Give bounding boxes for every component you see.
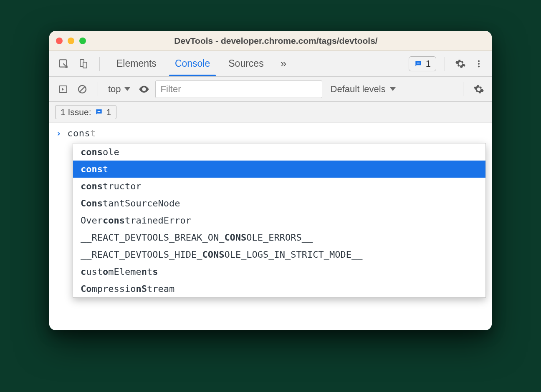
live-expression-button[interactable]: [136, 81, 152, 97]
eye-icon: [138, 83, 150, 95]
prompt-input[interactable]: const: [67, 128, 96, 138]
issues-prefix: 1 Issue:: [61, 107, 91, 117]
panel-tabs: Elements Console Sources »: [107, 51, 294, 76]
issues-icon: [414, 60, 422, 68]
tab-label: Sources: [228, 58, 263, 69]
main-tabbar: Elements Console Sources » 1: [49, 51, 492, 77]
autocomplete-item[interactable]: CompressionStream: [73, 280, 485, 297]
autocomplete-popup: consoleconstconstructorConstantSourceNod…: [73, 143, 486, 298]
separator: [463, 82, 463, 96]
tab-sources[interactable]: Sources: [219, 51, 273, 76]
issues-button[interactable]: 1: [409, 56, 436, 71]
toggle-console-sidebar-button[interactable]: [55, 81, 71, 97]
console-prompt[interactable]: › const: [49, 123, 492, 141]
devtools-window: DevTools - developer.chrome.com/tags/dev…: [49, 31, 492, 330]
svg-point-5: [478, 63, 480, 64]
issues-chip[interactable]: 1 Issue: 1: [55, 105, 116, 119]
issues-icon: [95, 108, 103, 116]
sidebar-icon: [58, 84, 68, 94]
autocomplete-item[interactable]: constructor: [73, 178, 485, 195]
issues-count: 1: [426, 58, 431, 69]
chevron-down-icon: [124, 87, 130, 91]
device-toolbar-icon[interactable]: [75, 55, 92, 72]
minimize-window-button[interactable]: [68, 38, 74, 44]
titlebar: DevTools - developer.chrome.com/tags/dev…: [49, 31, 492, 51]
gear-icon: [455, 58, 466, 69]
svg-rect-3: [417, 63, 420, 63]
separator: [98, 82, 98, 96]
tab-elements[interactable]: Elements: [107, 51, 166, 76]
tab-label: Console: [175, 58, 210, 69]
autocomplete-item[interactable]: const: [73, 161, 485, 178]
issues-row: 1 Issue: 1: [49, 102, 492, 123]
autocomplete-item[interactable]: OverconstrainedError: [73, 212, 485, 229]
chevron-down-icon: [390, 87, 396, 91]
autocomplete-item[interactable]: ConstantSourceNode: [73, 195, 485, 212]
settings-button[interactable]: [453, 57, 468, 71]
console-body: › const consoleconstconstructorConstantS…: [49, 123, 492, 330]
tab-label: Elements: [116, 58, 157, 69]
window-title: DevTools - developer.chrome.com/tags/dev…: [96, 36, 456, 46]
svg-point-6: [478, 65, 480, 67]
autocomplete-item[interactable]: console: [73, 143, 485, 161]
console-toolbar: top Default levels: [49, 77, 492, 102]
prompt-typed: cons: [67, 128, 90, 138]
autocomplete-item[interactable]: __REACT_DEVTOOLS_BREAK_ON_CONSOLE_ERRORS…: [73, 229, 485, 246]
more-tabs-button[interactable]: »: [273, 51, 294, 76]
separator: [99, 57, 100, 71]
autocomplete-item[interactable]: __REACT_DEVTOOLS_HIDE_CONSOLE_LOGS_IN_ST…: [73, 246, 485, 263]
prompt-caret-icon: ›: [56, 128, 61, 138]
window-controls: [56, 38, 86, 44]
autocomplete-item[interactable]: customElements: [73, 263, 485, 280]
gear-icon: [473, 84, 484, 95]
context-label: top: [108, 84, 121, 95]
separator: [445, 57, 445, 71]
svg-rect-2: [83, 62, 87, 68]
console-settings-button[interactable]: [472, 82, 486, 96]
filter-input[interactable]: [155, 80, 322, 98]
tab-console[interactable]: Console: [166, 51, 219, 76]
clear-icon: [77, 84, 87, 94]
svg-rect-11: [97, 111, 100, 112]
svg-line-9: [80, 87, 85, 92]
kebab-icon: [474, 59, 483, 68]
prompt-ghost: t: [90, 128, 96, 138]
more-options-button[interactable]: [472, 57, 486, 71]
log-levels-selector[interactable]: Default levels: [331, 84, 396, 95]
close-window-button[interactable]: [56, 38, 63, 44]
execution-context-selector[interactable]: top: [106, 84, 133, 95]
issues-chip-count: 1: [106, 107, 111, 117]
svg-point-4: [478, 60, 480, 62]
clear-console-button[interactable]: [74, 81, 90, 97]
levels-label: Default levels: [331, 84, 386, 95]
inspect-element-icon[interactable]: [55, 55, 72, 72]
zoom-window-button[interactable]: [79, 38, 86, 44]
svg-point-10: [143, 88, 145, 90]
